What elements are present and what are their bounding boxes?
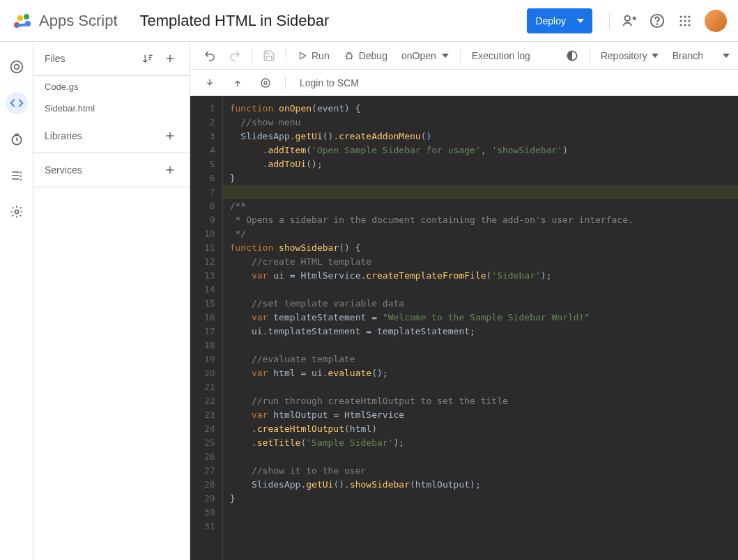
- play-icon: [298, 51, 307, 61]
- help-button[interactable]: [643, 7, 671, 35]
- redo-button[interactable]: [224, 45, 246, 67]
- svg-point-13: [689, 20, 691, 22]
- repository-label: Repository: [601, 50, 647, 61]
- divider: [285, 76, 286, 90]
- function-selected: onOpen: [401, 50, 436, 61]
- scm-settings-button[interactable]: [254, 72, 277, 94]
- push-button[interactable]: [226, 72, 249, 94]
- nav-overview[interactable]: [6, 56, 28, 78]
- file-list: Code.gsSidebar.html: [33, 76, 190, 119]
- apps-script-logo: [11, 10, 33, 32]
- svg-point-5: [625, 15, 630, 20]
- divider: [609, 13, 610, 29]
- chevron-down-icon: [652, 54, 659, 58]
- code-editor[interactable]: 1234567891011121314151617181920212223242…: [190, 96, 738, 560]
- header: Apps Script Templated HTML in Sidebar De…: [0, 0, 738, 42]
- services-label: Services: [45, 164, 82, 176]
- repository-select[interactable]: Repository: [595, 50, 664, 61]
- add-library-button[interactable]: [162, 127, 178, 144]
- svg-point-20: [15, 210, 18, 214]
- share-button[interactable]: [615, 7, 643, 35]
- run-label: Run: [312, 50, 330, 61]
- deploy-button[interactable]: Deploy: [527, 8, 592, 33]
- save-button[interactable]: [258, 45, 280, 67]
- svg-point-11: [680, 20, 682, 22]
- dark-mode-toggle[interactable]: [561, 45, 583, 67]
- svg-point-1: [17, 15, 23, 21]
- login-scm-label: Login to SCM: [300, 77, 359, 88]
- chevron-down-icon: [577, 17, 584, 24]
- svg-point-17: [10, 61, 22, 73]
- svg-point-18: [14, 65, 19, 70]
- svg-point-22: [264, 81, 267, 84]
- execution-log-label: Execution log: [472, 50, 530, 61]
- divider: [460, 49, 461, 63]
- editor-area: Run Debug onOpen Execution log Repositor…: [190, 42, 738, 560]
- svg-point-23: [261, 79, 270, 87]
- divider: [286, 49, 286, 63]
- svg-point-7: [657, 24, 658, 24]
- debug-label: Debug: [359, 50, 387, 61]
- nav-settings[interactable]: [6, 201, 28, 223]
- branch-label: Branch: [672, 50, 703, 61]
- bug-icon: [344, 50, 355, 61]
- nav-editor[interactable]: [6, 92, 28, 114]
- divider: [589, 49, 590, 63]
- svg-point-9: [684, 15, 686, 17]
- chevron-down-icon: [723, 54, 730, 58]
- chevron-down-icon: [442, 54, 449, 58]
- debug-button[interactable]: Debug: [338, 45, 393, 67]
- deploy-label: Deploy: [535, 15, 566, 26]
- add-service-button[interactable]: [162, 162, 178, 178]
- login-scm-button[interactable]: Login to SCM: [294, 72, 364, 94]
- pull-button[interactable]: [199, 72, 221, 94]
- svg-point-14: [680, 24, 682, 26]
- line-gutter: 1234567891011121314151617181920212223242…: [190, 96, 222, 560]
- svg-point-10: [689, 15, 691, 17]
- add-file-button[interactable]: [162, 50, 178, 67]
- code-content[interactable]: function onOpen(event) { //show menu Sli…: [222, 96, 738, 560]
- run-button[interactable]: Run: [292, 45, 335, 67]
- body: Files Code.gsSidebar.html Libraries Serv…: [0, 42, 738, 560]
- services-header: Services: [33, 153, 190, 187]
- divider: [252, 49, 252, 63]
- files-header: Files: [33, 42, 190, 76]
- nav-executions[interactable]: [6, 164, 28, 187]
- app-name: Apps Script: [39, 12, 118, 30]
- nav-rail: [0, 42, 33, 560]
- svg-point-8: [680, 15, 682, 17]
- sort-files-button[interactable]: [139, 50, 156, 67]
- svg-point-15: [684, 24, 686, 26]
- user-avatar[interactable]: [705, 10, 727, 32]
- file-item[interactable]: Code.gs: [33, 76, 190, 98]
- branch-select[interactable]: Branch: [667, 50, 709, 61]
- svg-point-2: [24, 14, 29, 20]
- svg-point-12: [684, 20, 686, 22]
- libraries-header: Libraries: [33, 119, 190, 153]
- toolbar: Run Debug onOpen Execution log Repositor…: [190, 42, 738, 70]
- apps-grid-button[interactable]: [671, 7, 699, 35]
- undo-button[interactable]: [199, 45, 221, 67]
- svg-point-16: [689, 24, 691, 26]
- scm-toolbar: Login to SCM: [190, 70, 738, 96]
- libraries-label: Libraries: [45, 130, 82, 141]
- project-title[interactable]: Templated HTML in Sidebar: [140, 12, 528, 30]
- execution-log-button[interactable]: Execution log: [466, 45, 536, 67]
- file-item[interactable]: Sidebar.html: [33, 98, 190, 119]
- files-panel: Files Code.gsSidebar.html Libraries Serv…: [33, 42, 190, 560]
- function-select[interactable]: onOpen: [396, 50, 454, 61]
- files-label: Files: [45, 53, 66, 64]
- nav-triggers[interactable]: [6, 128, 28, 150]
